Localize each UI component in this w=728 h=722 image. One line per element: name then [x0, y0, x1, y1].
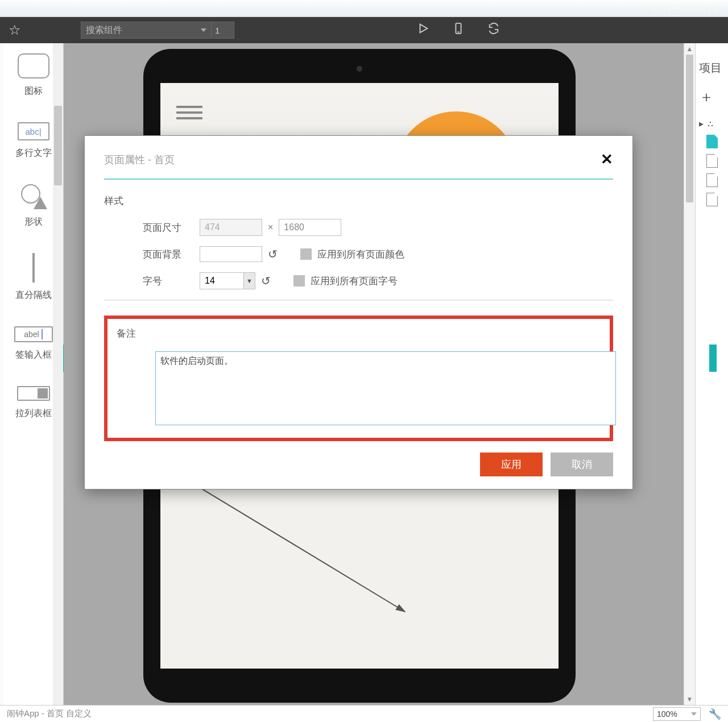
svg-marker-0	[420, 24, 428, 33]
style-section-label: 样式	[104, 194, 613, 208]
apply-button[interactable]: 应用	[480, 453, 543, 476]
page-height-input[interactable]: 1680	[279, 219, 341, 236]
page-properties-dialog: 页面属性 - 首页 ✕ 样式 页面尺寸 474 × 1680 页面背景 ↺ 应用…	[84, 135, 633, 489]
undo-bg-icon[interactable]: ↺	[268, 247, 278, 261]
scrollbar-thumb[interactable]	[54, 106, 62, 185]
textbox-thumb: abc|	[18, 122, 49, 140]
dropdown-thumb	[17, 386, 50, 401]
scrollbar-thumb[interactable]	[686, 55, 693, 202]
svg-line-3	[189, 481, 405, 612]
components-scrollbar[interactable]	[53, 43, 63, 705]
right-marker	[709, 345, 717, 372]
favorite-star-icon[interactable]: ☆	[5, 20, 25, 40]
icon-thumb	[18, 53, 49, 78]
zoom-select[interactable]: 100%	[653, 707, 701, 721]
cancel-button[interactable]: 取消	[551, 453, 613, 476]
top-toolbar: ☆ 搜索组件 1	[0, 17, 728, 43]
device-camera	[357, 66, 362, 72]
page-node[interactable]	[706, 173, 718, 187]
chevron-down-icon	[691, 712, 697, 716]
line-thumb	[32, 253, 35, 283]
close-icon[interactable]: ✕	[601, 151, 613, 168]
window-titlebar	[0, 0, 728, 17]
breadcrumb: 闹钟App - 首页 自定义	[7, 708, 92, 719]
page-bg-label: 页面背景	[143, 248, 200, 261]
page-width-input[interactable]: 474	[200, 219, 262, 236]
apply-font-all-label: 应用到所有页面字号	[311, 275, 398, 288]
notes-highlight-box: 备注	[104, 316, 613, 441]
scroll-up-icon[interactable]: ▲	[684, 43, 695, 55]
font-size-value: 14	[205, 276, 215, 286]
notes-section-label: 备注	[117, 327, 601, 340]
settings-wrench-icon[interactable]: 🔧	[709, 708, 721, 720]
labelinput-thumb: abel	[14, 326, 53, 342]
page-bg-swatch[interactable]	[200, 246, 262, 262]
add-page-button[interactable]: ＋	[699, 87, 725, 107]
shape-thumb	[18, 184, 49, 209]
watermark: IAMUE.COM	[636, 5, 719, 19]
chevron-down-icon: ▼	[243, 273, 255, 289]
component-search-dropdown[interactable]: 搜索组件	[81, 22, 212, 39]
notes-textarea[interactable]	[155, 351, 616, 425]
project-panel-title: 项目	[699, 60, 725, 76]
font-size-label: 字号	[143, 275, 200, 288]
zoom-value: 100%	[657, 709, 677, 719]
status-bar: 闹钟App - 首页 自定义 100% 🔧	[0, 705, 728, 722]
page-size-label: 页面尺寸	[143, 221, 200, 234]
page-node[interactable]	[706, 193, 718, 206]
project-panel: 项目 ＋ ▸ ⛬	[695, 43, 728, 705]
hamburger-icon[interactable]	[176, 102, 202, 123]
apply-bg-all-checkbox[interactable]	[300, 248, 312, 260]
arrow-annotation	[189, 481, 416, 629]
page-node[interactable]	[706, 154, 718, 168]
refresh-icon[interactable]	[487, 22, 500, 38]
play-icon[interactable]	[417, 22, 429, 38]
canvas-scrollbar[interactable]: ▲ ▼	[684, 43, 695, 705]
page-node-active[interactable]	[706, 135, 718, 148]
dialog-title: 页面属性 - 首页	[104, 153, 175, 167]
apply-font-all-checkbox[interactable]	[293, 275, 305, 287]
apply-bg-all-label: 应用到所有页面颜色	[317, 248, 404, 261]
component-search-placeholder: 搜索组件	[86, 24, 122, 36]
mobile-icon[interactable]	[452, 22, 465, 38]
size-separator: ×	[268, 222, 273, 233]
sitemap-icon[interactable]: ▸ ⛬	[699, 118, 725, 129]
undo-font-icon[interactable]: ↺	[261, 274, 271, 288]
font-size-select[interactable]: 14 ▼	[200, 272, 255, 289]
scroll-down-icon[interactable]: ▼	[684, 694, 695, 705]
